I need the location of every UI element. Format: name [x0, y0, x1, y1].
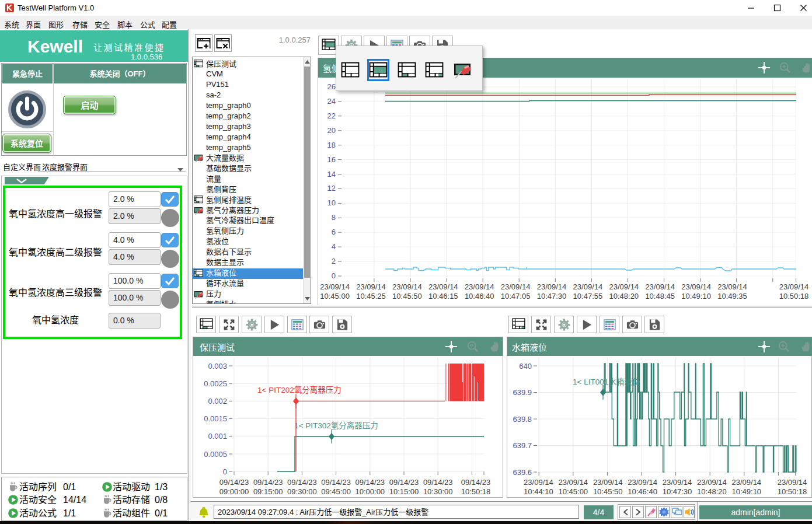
svg-text:23/09/14: 23/09/14 [731, 478, 761, 487]
svg-text:10:50:18: 10:50:18 [461, 487, 491, 496]
svg-text:23/09/14: 23/09/14 [697, 478, 727, 487]
svg-text:23/09/14: 23/09/14 [779, 282, 809, 291]
svg-text:10:47:55: 10:47:55 [573, 292, 603, 301]
svg-text:23/09/14: 23/09/14 [628, 478, 657, 487]
svg-text:10:48:20: 10:48:20 [609, 292, 639, 301]
svg-text:639.9: 639.9 [513, 388, 532, 397]
svg-text:09/14/23: 09/14/23 [219, 478, 249, 487]
svg-text:09:45:00: 09:45:00 [321, 487, 351, 496]
svg-text:09/14/23: 09/14/23 [461, 478, 491, 487]
svg-text:639.7: 639.7 [513, 441, 532, 450]
svg-text:09/14/23: 09/14/23 [287, 478, 317, 487]
svg-text:10:48:20: 10:48:20 [697, 487, 727, 496]
svg-text:10:46:40: 10:46:40 [465, 292, 494, 301]
svg-text:23/09/14: 23/09/14 [717, 282, 747, 291]
svg-text:23/09/14: 23/09/14 [558, 478, 588, 487]
svg-text:23/09/14: 23/09/14 [663, 478, 692, 487]
svg-text:4: 4 [332, 242, 336, 251]
svg-text:10:47:30: 10:47:30 [537, 292, 567, 301]
svg-text:0.001: 0.001 [208, 432, 227, 441]
svg-text:23/09/14: 23/09/14 [356, 282, 386, 291]
svg-text:0.0015: 0.0015 [204, 414, 227, 423]
svg-text:10:49:35: 10:49:35 [717, 292, 747, 301]
svg-text:09:00:00: 09:00:00 [219, 487, 249, 496]
svg-text:1< PIT202氧分离器压力: 1< PIT202氧分离器压力 [257, 385, 341, 394]
svg-text:09/14/23: 09/14/23 [355, 478, 385, 487]
svg-text:0.003: 0.003 [208, 362, 227, 371]
svg-text:23/09/14: 23/09/14 [320, 282, 350, 291]
svg-text:10:45:00: 10:45:00 [320, 292, 350, 301]
svg-text:09/14/23: 09/14/23 [389, 478, 419, 487]
svg-text:0.0025: 0.0025 [204, 379, 227, 388]
svg-text:0: 0 [223, 467, 227, 476]
svg-text:10:45:50: 10:45:50 [593, 487, 623, 496]
svg-text:0.0005: 0.0005 [204, 450, 227, 459]
svg-text:10:47:05: 10:47:05 [501, 292, 531, 301]
svg-text:2: 2 [332, 257, 336, 266]
svg-text:10:49:10: 10:49:10 [731, 487, 761, 496]
svg-text:23/09/14: 23/09/14 [573, 282, 603, 291]
svg-text:23/09/14: 23/09/14 [593, 478, 623, 487]
svg-text:09/14/23: 09/14/23 [423, 478, 453, 487]
svg-text:23/09/14: 23/09/14 [537, 282, 567, 291]
svg-text:10:30:00: 10:30:00 [423, 487, 453, 496]
svg-text:1< PIT302氢分离器压力: 1< PIT302氢分离器压力 [294, 421, 378, 430]
svg-text:14: 14 [327, 170, 336, 179]
svg-text:09:30:00: 09:30:00 [287, 487, 317, 496]
svg-text:640: 640 [519, 362, 532, 371]
svg-text:09/14/23: 09/14/23 [253, 478, 283, 487]
svg-text:1< LIT001水箱液位: 1< LIT001水箱液位 [573, 378, 640, 386]
svg-text:10:46:15: 10:46:15 [428, 292, 458, 301]
svg-text:10:45:25: 10:45:25 [356, 292, 386, 301]
svg-text:23/09/14: 23/09/14 [465, 282, 494, 291]
svg-text:10:50:18: 10:50:18 [778, 487, 807, 496]
svg-text:8: 8 [332, 213, 336, 222]
svg-text:23/09/14: 23/09/14 [501, 282, 531, 291]
svg-text:26: 26 [327, 82, 336, 91]
svg-text:18: 18 [327, 141, 336, 149]
svg-text:23/09/14: 23/09/14 [524, 478, 553, 487]
svg-text:23/09/14: 23/09/14 [428, 282, 458, 291]
svg-text:23/09/14: 23/09/14 [645, 282, 675, 291]
svg-text:10:44:10: 10:44:10 [524, 487, 553, 496]
svg-text:23/09/14: 23/09/14 [778, 478, 807, 487]
svg-text:24: 24 [327, 97, 336, 106]
svg-text:6: 6 [332, 228, 336, 236]
svg-text:09/14/23: 09/14/23 [321, 478, 351, 487]
svg-text:0.002: 0.002 [208, 397, 227, 406]
svg-text:22: 22 [327, 111, 336, 120]
svg-text:10:50:18: 10:50:18 [779, 292, 809, 301]
svg-text:10: 10 [327, 198, 336, 207]
svg-text:23/09/14: 23/09/14 [392, 282, 422, 291]
svg-text:0: 0 [332, 271, 336, 280]
svg-text:10:46:40: 10:46:40 [628, 487, 657, 496]
svg-text:23/09/14: 23/09/14 [681, 282, 711, 291]
svg-text:639.6: 639.6 [513, 468, 532, 477]
svg-text:09:15:00: 09:15:00 [253, 487, 283, 496]
svg-text:10:45:50: 10:45:50 [392, 292, 422, 301]
svg-text:16: 16 [327, 155, 336, 164]
svg-text:23/09/14: 23/09/14 [609, 282, 639, 291]
svg-text:10:47:30: 10:47:30 [663, 487, 692, 496]
svg-text:12: 12 [327, 184, 336, 193]
svg-text:10:45:00: 10:45:00 [558, 487, 588, 496]
svg-text:10:48:45: 10:48:45 [645, 292, 675, 301]
svg-text:10:15:00: 10:15:00 [389, 487, 419, 496]
svg-text:10:00:00: 10:00:00 [355, 487, 385, 496]
svg-text:20: 20 [327, 126, 336, 135]
svg-text:10:49:10: 10:49:10 [681, 292, 711, 301]
svg-text:639.8: 639.8 [513, 415, 532, 424]
